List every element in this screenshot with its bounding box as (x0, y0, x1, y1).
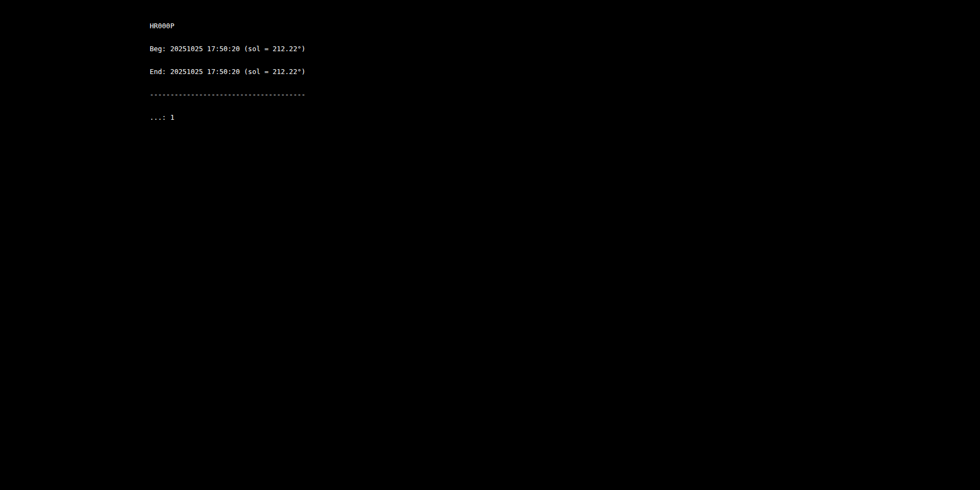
plot-canvas (0, 0, 980, 490)
count-line: ...: 1 (150, 114, 305, 121)
station-code: HR000P (150, 22, 305, 30)
app-window: HR000P Beg: 20251025 17:50:20 (sol = 212… (0, 0, 980, 490)
begin-time: Beg: 20251025 17:50:20 (sol = 212.22°) (150, 45, 305, 53)
end-time: End: 20251025 17:50:20 (sol = 212.22°) (150, 68, 305, 76)
divider: -------------------------------------- (150, 91, 305, 99)
header-info: HR000P Beg: 20251025 17:50:20 (sol = 212… (150, 7, 305, 137)
